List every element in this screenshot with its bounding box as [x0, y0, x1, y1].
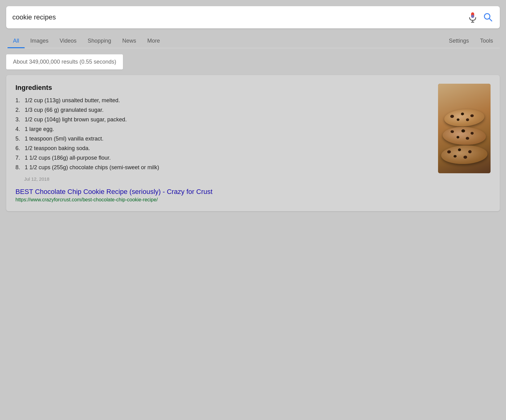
ingredients-title: Ingredients [15, 84, 432, 92]
result-date: Jul 12, 2018 [24, 176, 432, 182]
list-item: 4. 1 large egg. [15, 126, 432, 132]
featured-result-card: Ingredients 1. 1/2 cup (113g) unsalted b… [6, 75, 500, 211]
search-icons [468, 12, 494, 23]
results-count-text: About 349,000,000 results (0.55 seconds) [13, 59, 116, 65]
mic-icon[interactable] [468, 12, 477, 23]
svg-rect-1 [471, 15, 474, 18]
tab-shopping[interactable]: Shopping [82, 34, 117, 48]
card-top: Ingredients 1. 1/2 cup (113g) unsalted b… [15, 84, 491, 182]
results-count: About 349,000,000 results (0.55 seconds) [6, 54, 123, 69]
nav-tabs: All Images Videos Shopping News More Set… [6, 34, 500, 48]
tab-news[interactable]: News [117, 34, 142, 48]
search-input[interactable] [12, 13, 468, 21]
tab-videos[interactable]: Videos [54, 34, 82, 48]
list-item: 1. 1/2 cup (113g) unsalted butter, melte… [15, 97, 432, 104]
tab-all[interactable]: All [7, 34, 25, 48]
list-item: 2. 1/3 cup (66 g) granulated sugar. [15, 107, 432, 113]
list-item: 7. 1 1/2 cups (186g) all-purpose flour. [15, 155, 432, 161]
result-link: BEST Chocolate Chip Cookie Recipe (serio… [15, 188, 491, 203]
list-item: 3. 1/2 cup (104g) light brown sugar, pac… [15, 116, 432, 123]
tab-more[interactable]: More [142, 34, 166, 48]
result-link-url: https://www.crazyforcrust.com/best-choco… [15, 197, 491, 203]
tab-settings[interactable]: Settings [443, 34, 474, 48]
list-item: 6. 1/2 teaspoon baking soda. [15, 145, 432, 152]
result-link-title[interactable]: BEST Chocolate Chip Cookie Recipe (serio… [15, 188, 213, 195]
tab-images[interactable]: Images [25, 34, 54, 48]
tab-tools[interactable]: Tools [474, 34, 499, 48]
list-item: 8. 1 1/2 cups (255g) chocolate chips (se… [15, 164, 432, 171]
svg-line-5 [489, 19, 492, 21]
ingredient-list: 1. 1/2 cup (113g) unsalted butter, melte… [15, 97, 432, 171]
card-content: Ingredients 1. 1/2 cup (113g) unsalted b… [15, 84, 432, 182]
search-button[interactable] [483, 12, 494, 23]
list-item: 5. 1 teaspoon (5ml) vanilla extract. [15, 136, 432, 142]
search-bar [6, 6, 500, 28]
cookie-image [438, 84, 491, 173]
